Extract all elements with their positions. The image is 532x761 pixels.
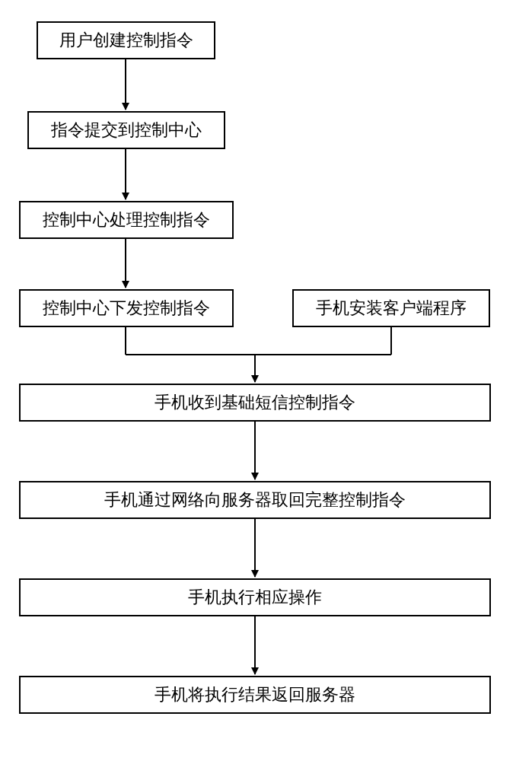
step-phone-receive-sms: 手机收到基础短信控制指令 <box>19 384 491 422</box>
step-control-center-process: 控制中心处理控制指令 <box>19 201 234 239</box>
step-control-center-issue: 控制中心下发控制指令 <box>19 289 234 327</box>
step-label: 控制中心下发控制指令 <box>43 297 210 320</box>
step-label: 手机安装客户端程序 <box>316 297 467 320</box>
step-submit-to-control-center: 指令提交到控制中心 <box>27 111 225 149</box>
step-label: 手机将执行结果返回服务器 <box>155 683 355 706</box>
step-label: 手机通过网络向服务器取回完整控制指令 <box>104 489 406 511</box>
step-user-create-command: 用户创建控制指令 <box>37 21 215 59</box>
step-phone-install-client: 手机安装客户端程序 <box>292 289 490 327</box>
step-phone-execute: 手机执行相应操作 <box>19 578 491 616</box>
step-label: 用户创建控制指令 <box>59 29 193 52</box>
step-label: 指令提交到控制中心 <box>51 119 202 142</box>
step-label: 控制中心处理控制指令 <box>43 209 210 231</box>
step-phone-fetch-full-command: 手机通过网络向服务器取回完整控制指令 <box>19 481 491 519</box>
step-phone-return-result: 手机将执行结果返回服务器 <box>19 676 491 714</box>
step-label: 手机执行相应操作 <box>188 586 322 609</box>
step-label: 手机收到基础短信控制指令 <box>155 391 355 414</box>
